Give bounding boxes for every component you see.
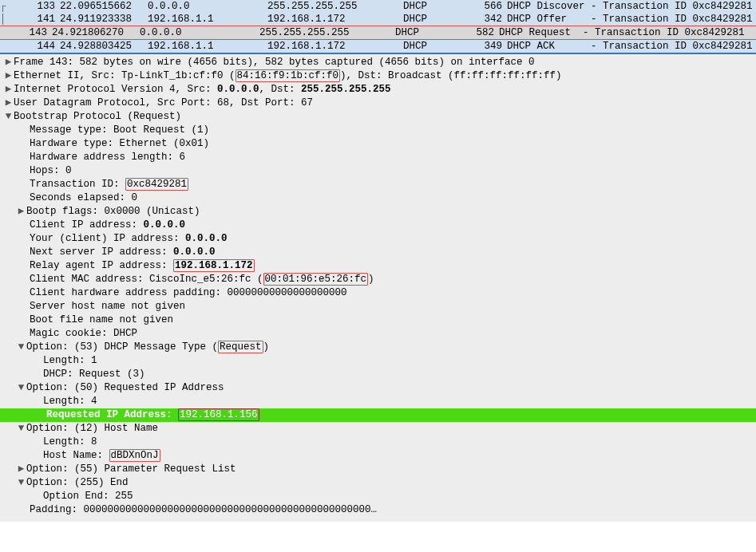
option-55-header: Option: (55) Parameter Request List: [26, 463, 236, 475]
expand-toggle[interactable]: ▼: [16, 381, 26, 395]
option-255-end[interactable]: Option End: 255: [0, 490, 756, 503]
col-info: DHCP Request - Transaction ID 0xc8429281: [499, 27, 756, 38]
field-seconds[interactable]: Seconds elapsed: 0: [0, 191, 756, 205]
col-length: 342: [475, 14, 507, 25]
col-protocol: DHCP: [403, 1, 475, 12]
frame-line[interactable]: Frame 143: 582 bytes on wire (4656 bits)…: [14, 57, 535, 68]
col-no: 141: [8, 14, 60, 25]
related-marker: │: [0, 14, 8, 25]
client-mac-value: 00:01:96:e5:26:fc: [263, 273, 369, 286]
host-name-value: dBDXnOnJ: [109, 449, 160, 462]
col-no: 143: [0, 27, 52, 38]
col-source: 192.168.1.1: [148, 14, 267, 25]
expand-toggle[interactable]: ▼: [16, 341, 26, 354]
expand-toggle[interactable]: ▼: [3, 110, 14, 124]
field-client-ip[interactable]: Client IP address: 0.0.0.0: [0, 219, 756, 232]
col-protocol: DHCP: [395, 27, 467, 38]
col-length: 349: [475, 41, 507, 52]
related-marker-top: ┌: [0, 1, 8, 12]
col-destination: 192.168.1.172: [267, 14, 403, 25]
src-mac: 84:16:f9:1b:cf:f0: [236, 69, 341, 82]
option-50-length[interactable]: Length: 4: [0, 395, 756, 408]
col-destination: 255.255.255.255: [267, 1, 403, 12]
packet-row-selected[interactable]: └ 143 24.921806270 0.0.0.0 255.255.255.2…: [0, 26, 756, 40]
col-source: 0.0.0.0: [140, 27, 259, 38]
col-protocol: DHCP: [403, 41, 475, 52]
expand-toggle[interactable]: ▶: [3, 97, 14, 110]
packet-details-pane[interactable]: ▶Frame 143: 582 bytes on wire (4656 bits…: [0, 54, 756, 522]
field-hardware-type[interactable]: Hardware type: Ethernet (0x01): [0, 137, 756, 151]
udp-line[interactable]: User Datagram Protocol, Src Port: 68, Ds…: [14, 97, 313, 108]
expand-toggle[interactable]: ▶: [16, 463, 26, 476]
col-length: 566: [475, 1, 507, 12]
expand-toggle[interactable]: ▼: [16, 476, 26, 490]
field-message-type[interactable]: Message type: Boot Request (1): [0, 124, 756, 137]
transaction-id-value: 0xc8429281: [125, 178, 188, 191]
field-client-mac[interactable]: Client MAC address: CiscoInc_e5:26:fc (0…: [0, 273, 756, 286]
col-time: 24.911923338: [60, 14, 148, 25]
option-50-header: Option: (50) Requested IP Address: [26, 382, 224, 393]
option-53-dhcp[interactable]: DHCP: Request (3): [0, 368, 756, 381]
field-hw-addr-len[interactable]: Hardware address length: 6: [0, 151, 756, 164]
packet-list[interactable]: ┌ 133 22.096515662 0.0.0.0 255.255.255.2…: [0, 0, 756, 54]
col-info: DHCP Offer - Transaction ID 0xc8429281: [507, 14, 756, 25]
expand-toggle[interactable]: ▶: [3, 56, 14, 69]
field-hw-padding[interactable]: Client hardware address padding: 0000000…: [0, 286, 756, 300]
expand-toggle[interactable]: ▼: [16, 422, 26, 436]
col-destination: 192.168.1.172: [267, 41, 403, 52]
ethernet-line[interactable]: Ethernet II, Src: Tp-LinkT_1b:cf:f0 (84:…: [14, 69, 562, 82]
expand-toggle[interactable]: ▶: [16, 205, 26, 219]
col-length: 582: [467, 27, 499, 38]
packet-row[interactable]: ┌ 133 22.096515662 0.0.0.0 255.255.255.2…: [0, 0, 756, 13]
col-time: 24.921806270: [52, 27, 140, 38]
col-time: 24.928803425: [60, 41, 148, 52]
requested-ip-value: 192.168.1.156: [178, 408, 259, 421]
col-no: 144: [8, 41, 60, 52]
field-bootp-flags: Bootp flags: 0x0000 (Unicast): [26, 206, 200, 217]
field-padding[interactable]: Padding: 0000000000000000000000000000000…: [0, 503, 756, 517]
field-server-host[interactable]: Server host name not given: [0, 300, 756, 313]
field-magic-cookie[interactable]: Magic cookie: DHCP: [0, 327, 756, 341]
option-53-length[interactable]: Length: 1: [0, 354, 756, 368]
col-no: 133: [8, 1, 60, 12]
field-transaction-id[interactable]: Transaction ID: 0xc8429281: [0, 178, 756, 191]
col-protocol: DHCP: [403, 14, 475, 25]
col-info: DHCP Discover - Transaction ID 0xc842928…: [507, 1, 756, 12]
relay-agent-ip-value: 192.168.1.172: [173, 259, 255, 272]
option-53-header: Option: (53) DHCP Message Type (Request): [26, 341, 269, 353]
option-12-hostname[interactable]: Host Name: dBDXnOnJ: [0, 449, 756, 463]
option-12-length[interactable]: Length: 8: [0, 436, 756, 449]
option-12-header: Option: (12) Host Name: [26, 423, 158, 434]
col-time: 22.096515662: [60, 1, 148, 12]
option-255-header: Option: (255) End: [26, 477, 129, 488]
col-source: 0.0.0.0: [148, 1, 267, 12]
field-your-ip[interactable]: Your (client) IP address: 0.0.0.0: [0, 232, 756, 246]
field-boot-file[interactable]: Boot file name not given: [0, 313, 756, 327]
col-source: 192.168.1.1: [148, 41, 267, 52]
packet-row[interactable]: │ 141 24.911923338 192.168.1.1 192.168.1…: [0, 13, 756, 26]
field-relay-agent-ip[interactable]: Relay agent IP address: 192.168.1.172: [0, 259, 756, 273]
dhcp-type-value: Request: [218, 341, 263, 353]
col-destination: 255.255.255.255: [259, 27, 395, 38]
col-info: DHCP ACK - Transaction ID 0xc8429281: [507, 41, 756, 52]
bootp-line[interactable]: Bootstrap Protocol (Request): [14, 111, 181, 122]
packet-row[interactable]: 144 24.928803425 192.168.1.1 192.168.1.1…: [0, 40, 756, 53]
expand-toggle[interactable]: ▶: [3, 69, 14, 83]
option-50-requested-ip-selected[interactable]: Requested IP Address: 192.168.1.156: [0, 408, 756, 422]
expand-toggle[interactable]: ▶: [3, 83, 14, 97]
ip-line[interactable]: Internet Protocol Version 4, Src: 0.0.0.…: [14, 84, 391, 95]
field-hops[interactable]: Hops: 0: [0, 164, 756, 178]
field-next-server-ip[interactable]: Next server IP address: 0.0.0.0: [0, 246, 756, 259]
